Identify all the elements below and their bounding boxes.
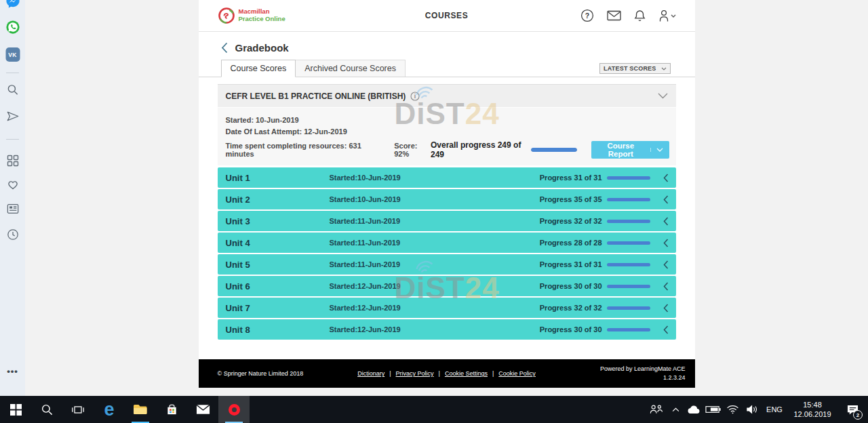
chevron-left-icon[interactable]	[663, 239, 669, 247]
unit-row[interactable]: Unit 3 Started:11-Jun-2019 Progress 32 o…	[218, 211, 676, 231]
course-time-spent: Time spent completing resources: 631 min…	[226, 142, 377, 158]
course-title: CEFR LEVEL B1 PRACTICE ONLINE (BRITISH)	[226, 92, 406, 101]
unit-row[interactable]: Unit 8 Started:12-Jun-2019 Progress 30 o…	[218, 319, 676, 340]
course-score: Score: 92%	[394, 142, 431, 158]
browser-viewport: Macmillan Practice Online COURSES ?	[25, 0, 868, 396]
mail-icon[interactable]	[607, 10, 621, 21]
vk-icon[interactable]: VK	[5, 47, 20, 62]
notifications-bell-icon[interactable]	[634, 9, 646, 22]
notification-badge: 2	[853, 410, 863, 420]
unit-progress-fill	[607, 263, 650, 266]
tab-archived-course-scores[interactable]: Archived Course Scores	[296, 60, 406, 77]
footer-link[interactable]: Privacy Policy	[396, 370, 434, 377]
unit-row[interactable]: Unit 6 Started:12-Jun-2019 Progress 30 o…	[218, 276, 676, 296]
chevron-left-icon[interactable]	[663, 304, 669, 313]
messenger-icon[interactable]	[5, 0, 20, 9]
more-ellipsis-icon[interactable]: •••	[7, 366, 18, 376]
macmillan-logo[interactable]: Macmillan Practice Online	[218, 7, 285, 24]
hidden-icons-chevron[interactable]	[667, 396, 684, 423]
clock[interactable]: 15:48 12.06.2019	[787, 396, 838, 423]
footer-link[interactable]: Dictionary	[357, 370, 384, 377]
chevron-left-icon[interactable]	[663, 174, 669, 182]
chevron-left-icon[interactable]	[663, 217, 669, 226]
unit-progress-fill	[607, 220, 650, 223]
unit-row[interactable]: Unit 4 Started:11-Jun-2019 Progress 28 o…	[218, 233, 676, 253]
edge-button[interactable]: e	[94, 396, 125, 423]
back-chevron-icon[interactable]	[221, 42, 228, 54]
chevron-down-icon	[661, 67, 667, 70]
unit-progress-fill	[607, 328, 650, 331]
action-center-button[interactable]: 2	[838, 396, 867, 423]
course-panel-header[interactable]: CEFR LEVEL B1 PRACTICE ONLINE (BRITISH) …	[218, 85, 676, 108]
screen: VK •••	[0, 0, 868, 423]
windows-logo-icon	[10, 404, 22, 416]
course-started: Started: 10-Jun-2019	[226, 116, 669, 124]
volume-icon[interactable]	[742, 396, 762, 423]
footer-link[interactable]: Cookie Settings	[445, 370, 488, 377]
unit-progress-label: Progress 32 of 32	[540, 304, 602, 312]
store-icon	[165, 403, 178, 416]
footer-link-separator: |	[439, 370, 440, 377]
unit-progress-bar	[607, 198, 650, 201]
chevron-left-icon[interactable]	[663, 282, 669, 291]
sort-dropdown[interactable]: LATEST SCORES	[599, 63, 670, 74]
unit-progress-bar	[607, 328, 650, 331]
people-icon[interactable]	[644, 396, 667, 423]
store-button[interactable]	[156, 396, 187, 423]
unit-row[interactable]: Unit 5 Started:11-Jun-2019 Progress 31 o…	[218, 254, 676, 275]
macmillan-logo-icon	[218, 7, 235, 24]
chevron-left-icon[interactable]	[663, 325, 669, 334]
file-explorer-button[interactable]	[125, 396, 156, 423]
info-glyph: i	[414, 93, 416, 100]
unit-row[interactable]: Unit 2 Started:10-Jun-2019 Progress 35 o…	[218, 189, 676, 209]
unit-row[interactable]: Unit 7 Started:12-Jun-2019 Progress 32 o…	[218, 298, 676, 318]
course-report-button[interactable]: Course Report	[591, 141, 669, 159]
unit-name: Unit 7	[218, 303, 330, 313]
mail-app-button[interactable]	[187, 396, 218, 423]
unit-progress-bar	[607, 241, 650, 245]
chevron-left-icon[interactable]	[663, 260, 669, 269]
wifi-icon[interactable]	[723, 396, 742, 423]
sidebar-divider	[6, 139, 19, 140]
nav-courses-link[interactable]: COURSES	[425, 11, 469, 20]
heart-icon[interactable]	[6, 178, 19, 190]
unit-row[interactable]: Unit 1 Started:10-Jun-2019 Progress 31 o…	[218, 167, 676, 188]
unit-progress-fill	[607, 176, 650, 180]
system-tray: ENG 15:48 12.06.2019 2	[644, 396, 868, 423]
history-clock-icon[interactable]	[7, 228, 19, 241]
account-menu-icon[interactable]	[658, 9, 676, 22]
task-view-button[interactable]	[62, 396, 94, 423]
unit-progress-bar	[607, 306, 650, 310]
start-button[interactable]	[0, 396, 31, 423]
unit-started-date: Started:11-Jun-2019	[330, 217, 401, 225]
news-feed-icon[interactable]	[7, 203, 19, 214]
mail-icon	[196, 404, 210, 415]
whatsapp-icon[interactable]	[5, 20, 20, 35]
windows-taskbar: e	[0, 396, 868, 423]
overall-progress-bar	[531, 148, 577, 152]
unit-name: Unit 8	[218, 325, 330, 335]
unit-name: Unit 6	[218, 281, 330, 291]
collapse-chevron-icon[interactable]	[658, 93, 668, 99]
opera-sidebar: VK •••	[0, 0, 25, 396]
site-header: Macmillan Practice Online COURSES ?	[199, 0, 695, 32]
apps-grid-icon[interactable]	[7, 155, 19, 167]
unit-started-date: Started:12-Jun-2019	[330, 325, 401, 334]
battery-icon[interactable]	[703, 396, 723, 423]
tab-course-scores[interactable]: Course Scores	[221, 60, 296, 77]
course-last-attempt: Date Of Last Attempt: 12-Jun-2019	[226, 127, 669, 136]
unit-progress-bar	[607, 285, 650, 288]
info-icon[interactable]: i	[410, 92, 420, 101]
unit-started-date: Started:12-Jun-2019	[330, 282, 401, 290]
send-icon[interactable]	[6, 110, 20, 122]
unit-started-date: Started:10-Jun-2019	[330, 195, 401, 203]
opera-button[interactable]	[218, 396, 250, 423]
language-indicator[interactable]: ENG	[762, 396, 787, 423]
footer-link[interactable]: Cookie Policy	[498, 370, 536, 377]
chevron-left-icon[interactable]	[663, 195, 669, 204]
search-icon[interactable]	[6, 83, 19, 96]
help-icon[interactable]: ?	[580, 9, 594, 22]
taskbar-search-button[interactable]	[31, 396, 62, 423]
footer-link-separator: |	[389, 370, 391, 377]
onedrive-cloud-icon[interactable]	[684, 396, 703, 423]
